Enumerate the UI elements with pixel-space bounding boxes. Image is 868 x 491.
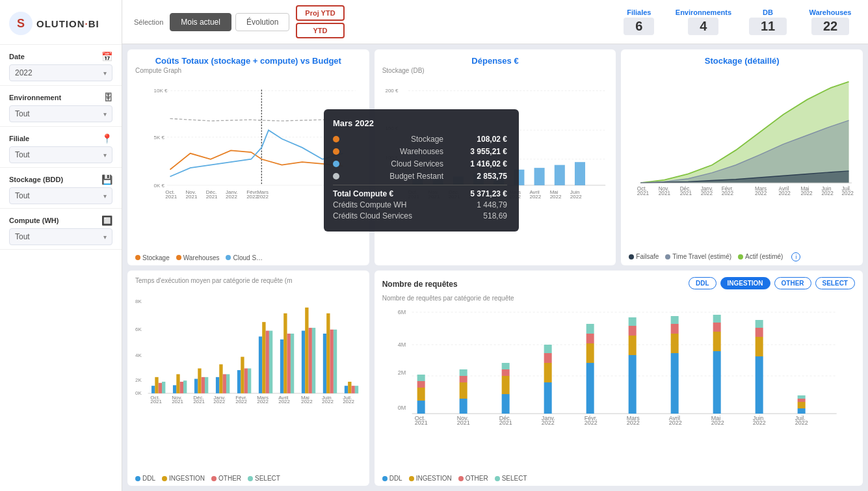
svg-rect-118: [334, 329, 337, 393]
stockage-dropdown[interactable]: Tout ▾: [9, 187, 112, 204]
svg-rect-188: [797, 402, 805, 408]
filiale-label: Filiale 📍: [9, 133, 112, 144]
env-stat-label: Environnements: [676, 8, 731, 16]
svg-rect-151: [417, 401, 425, 414]
svg-text:2022: 2022: [668, 419, 681, 425]
svg-rect-166: [544, 345, 551, 353]
env-dropdown[interactable]: Tout ▾: [9, 105, 112, 122]
svg-rect-88: [176, 374, 179, 393]
bar-chart-depenses-svg: 200 € 150 € 100 €: [382, 77, 609, 207]
chart-subtitle-depenses: Stockage (DB): [382, 67, 609, 74]
ddl-button[interactable]: DDL: [689, 277, 717, 289]
chart-title-couts: Coûts Totaux (stockage + compute) vs Bud…: [135, 56, 362, 66]
svg-rect-111: [302, 330, 305, 393]
svg-text:2022: 2022: [701, 191, 713, 196]
svg-rect-172: [628, 336, 636, 355]
svg-rect-102: [248, 368, 251, 393]
svg-text:2M: 2M: [397, 369, 406, 376]
svg-rect-87: [173, 385, 176, 393]
svg-rect-174: [628, 317, 636, 326]
db-stat-value: 11: [749, 18, 787, 35]
filiales-stat: Filiales 6: [613, 8, 665, 35]
nb-requetes-label: Nombre de requêtes: [382, 280, 458, 289]
svg-text:2022: 2022: [509, 194, 521, 200]
svg-rect-171: [628, 355, 636, 414]
ingestion-button[interactable]: INGESTION: [720, 277, 770, 289]
svg-text:2022: 2022: [584, 419, 597, 425]
chart-subtitle-couts: Compute Graph: [135, 67, 362, 74]
chevron-down-icon: ▾: [103, 70, 107, 77]
svg-rect-107: [280, 339, 283, 393]
other-button[interactable]: OTHER: [774, 277, 811, 289]
svg-rect-154: [417, 375, 425, 381]
svg-rect-177: [670, 324, 678, 334]
svg-rect-165: [544, 353, 551, 363]
logo-area: S OLUTION·BI: [0, 0, 122, 45]
logo-icon: S: [9, 12, 33, 35]
svg-text:2022: 2022: [779, 191, 791, 196]
svg-text:2022: 2022: [235, 398, 247, 404]
svg-rect-90: [183, 380, 187, 393]
svg-text:2022: 2022: [801, 191, 813, 196]
svg-rect-119: [345, 386, 348, 393]
svg-rect-104: [262, 322, 265, 393]
svg-rect-116: [326, 313, 330, 393]
chart-temps-exec: Temps d'exécution moyen par catégorie de…: [127, 271, 369, 486]
svg-rect-98: [226, 374, 230, 393]
svg-rect-153: [417, 381, 425, 388]
svg-rect-33: [554, 165, 564, 185]
svg-rect-122: [355, 386, 358, 393]
svg-rect-187: [797, 408, 805, 414]
svg-text:2K: 2K: [135, 377, 142, 382]
svg-text:2021: 2021: [186, 194, 198, 200]
svg-rect-89: [180, 381, 183, 393]
wh-stat-value: 22: [811, 18, 849, 35]
svg-text:2022: 2022: [752, 419, 765, 425]
db-stat: DB 11: [742, 8, 794, 35]
storage-icon: 💾: [101, 174, 112, 185]
svg-rect-189: [797, 399, 805, 402]
bar-chart-requetes-svg: 6M 4M 2M 0M: [382, 304, 855, 425]
date-dropdown[interactable]: 2022 ▾: [9, 64, 112, 81]
svg-text:2022: 2022: [842, 191, 854, 196]
chevron-down-icon: ▾: [103, 111, 107, 118]
select-button[interactable]: SELECT: [815, 277, 855, 289]
svg-rect-167: [586, 363, 594, 414]
svg-text:8K: 8K: [135, 298, 142, 304]
svg-text:2022: 2022: [570, 194, 581, 200]
compute-dropdown[interactable]: Tout ▾: [9, 228, 112, 245]
dashboard: Coûts Totaux (stockage + compute) vs Bud…: [122, 44, 868, 491]
selection-group: Sélection Mois actuel Évolution Proj YTD…: [134, 5, 345, 38]
svg-rect-105: [266, 330, 269, 393]
svg-text:2022: 2022: [529, 194, 541, 200]
svg-rect-86: [162, 381, 165, 393]
svg-rect-27: [432, 178, 443, 185]
info-icon[interactable]: i: [791, 252, 800, 261]
svg-rect-178: [670, 316, 678, 324]
svg-rect-173: [628, 326, 636, 336]
svg-rect-112: [305, 307, 308, 393]
chart-subtitle-temps: Temps d'exécution moyen par catégorie de…: [135, 277, 292, 284]
svg-text:2022: 2022: [755, 191, 767, 196]
mois-actuel-button[interactable]: Mois actuel: [170, 13, 231, 31]
chart-legend-stockage: Failsafe Time Travel (estimé) Actif (est…: [629, 252, 855, 261]
svg-rect-161: [501, 369, 509, 376]
svg-text:2022: 2022: [468, 194, 480, 200]
svg-rect-155: [459, 399, 467, 414]
svg-rect-114: [312, 328, 315, 393]
svg-text:0K €: 0K €: [154, 183, 165, 189]
svg-rect-184: [755, 337, 763, 356]
filiale-dropdown[interactable]: Tout ▾: [9, 146, 112, 163]
evolution-button[interactable]: Évolution: [235, 13, 289, 31]
proj-ytd-button[interactable]: Proj YTD: [296, 5, 344, 21]
ytd-button[interactable]: YTD: [296, 23, 344, 38]
compute-label: Compute (WH) 🔲: [9, 215, 112, 226]
svg-rect-113: [309, 328, 312, 393]
svg-rect-95: [216, 377, 219, 393]
svg-text:4K: 4K: [135, 352, 142, 358]
wh-stat: Warehouses 22: [804, 8, 856, 35]
chart-nb-requetes: Nombre de requêtes DDL INGESTION OTHER S…: [375, 271, 863, 486]
chart-svg-requetes: 6M 4M 2M 0M: [382, 304, 855, 473]
svg-rect-176: [670, 334, 678, 353]
svg-text:0K: 0K: [135, 390, 142, 395]
